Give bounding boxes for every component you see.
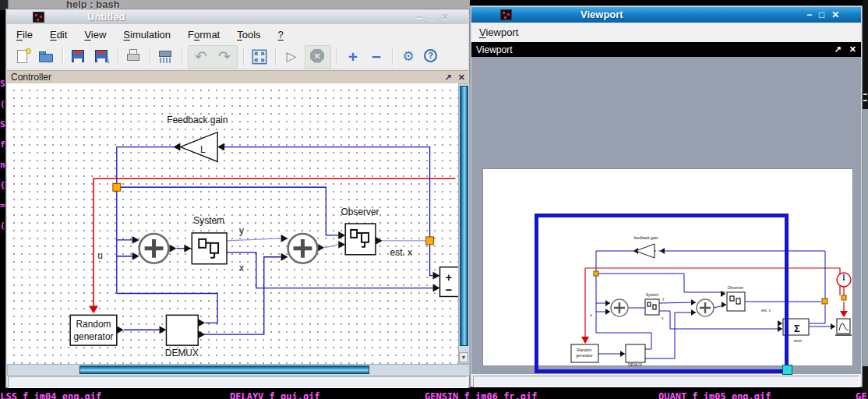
zoom-in-icon: + [343,47,363,67]
mini-clock-block [837,273,851,287]
redo-button[interactable]: ↷ [214,47,235,67]
screen-right-edge [863,0,868,399]
terminal-file: QUANT_f_im05_eng.gif [658,391,771,399]
system-block[interactable] [192,233,227,264]
terminal-file: CLSS_f_im04_eng.gif [0,391,101,399]
start-simulation-button[interactable]: ▷ [281,47,302,67]
menu-viewport[interactable]: Viewport [479,26,518,38]
x-label: x [239,263,244,274]
minimize-button[interactable]: − [806,10,812,19]
scilab-icon [33,12,44,23]
export-button[interactable]: ↓ [92,47,112,67]
maximize-button[interactable]: □ [429,12,434,22]
sum-block-1[interactable] [139,234,169,263]
scilab-icon [500,9,512,20]
u-label: u [97,250,103,261]
terminal-left-edge-text: S)%({}S)fn{)=( [0,74,5,386]
desktop: help : bash S)%({}S)fn{)=( CLSS_f_im04_e… [0,0,868,399]
vertical-scrollbar[interactable]: ▼ [458,83,470,364]
menu-help[interactable]: ? [278,29,284,41]
delete-shredder-button[interactable] [156,47,176,67]
menu-view[interactable]: View [84,29,106,41]
random-generator-label2: generator [73,331,113,342]
settings-button[interactable]: ⚙ [398,47,418,67]
minimize-button[interactable]: − [416,12,422,22]
viewport-panel-header[interactable]: Viewport ↗ ✕ [471,42,861,57]
fit-to-view-icon [249,47,270,67]
random-generator-block[interactable]: Random generator [70,315,117,345]
observer-block[interactable] [345,224,376,255]
toolbar-separator [392,48,393,65]
menu-format[interactable]: Format [188,29,220,41]
mini-link-point [842,295,846,300]
demux-label: DEMUX [165,348,199,358]
status-bar [473,376,859,387]
maximize-button[interactable]: □ [819,10,824,19]
demux-block[interactable] [166,315,198,345]
undo-redo-group: ↶ ↷ [188,45,238,69]
diagram-canvas[interactable]: L Feedback gain System y x u [7,83,458,364]
menu-edit[interactable]: Edit [50,29,67,41]
controller-panel-header[interactable]: Controller ↗ ✕ [7,70,468,83]
panel-title: Viewport [476,44,512,55]
gear-icon: ⚙ [398,47,418,67]
redo-icon: ↷ [214,47,235,67]
background-window-edge [863,109,868,366]
popout-icon[interactable]: ↗ [834,44,842,55]
help-button[interactable]: ? [422,47,442,67]
stop-simulation-button[interactable]: ✕ [308,47,328,67]
zoom-out-button[interactable]: − [366,47,386,67]
panel-close-icon[interactable]: ✕ [849,44,856,55]
fit-to-view-button[interactable] [249,47,270,67]
vertical-scrollbar-thumb[interactable] [460,86,468,346]
popout-icon[interactable]: ↗ [445,72,452,83]
zoom-out-icon: − [366,47,386,67]
svg-text:Σ: Σ [794,323,800,334]
system-label: System [193,215,224,226]
scroll-down-button[interactable]: ▼ [459,352,468,362]
untitled-titlebar[interactable]: Untitled − □ ✕ [7,10,468,24]
close-button[interactable]: ✕ [441,12,449,22]
mini-link-point [822,298,827,304]
save-button[interactable] [69,47,89,67]
plus-minus-block[interactable]: + − [440,267,458,297]
panel-title: Controller [11,72,51,83]
link-point[interactable] [113,183,121,191]
menu-file[interactable]: File [16,29,33,41]
terminal-fleck [863,94,867,95]
terminal-file: GENSIN_f_im06_fr.gif [425,391,538,399]
horizontal-scrollbar[interactable] [7,364,470,376]
link-point[interactable] [426,237,434,245]
viewport-menu-bar: Viewport [471,23,861,42]
toolbar-separator [337,48,337,65]
panel-close-icon[interactable]: ✕ [458,72,465,83]
est-x-label: est. x [390,247,413,258]
viewport-region-rectangle[interactable] [535,214,789,373]
feedback-gain-block[interactable]: L [180,132,217,162]
zoom-in-button[interactable]: + [343,47,363,67]
print-button[interactable] [124,47,144,67]
viewport-titlebar[interactable]: Viewport − □ ✕ [471,7,861,23]
open-button[interactable] [37,47,57,67]
sum-block-2[interactable] [288,234,318,263]
minus-sign: − [445,284,452,296]
close-button[interactable]: ✕ [831,10,839,19]
toolbar: ↓ ↶ ↷ ▷ ✕ + [7,44,468,69]
undo-button[interactable]: ↶ [191,47,211,67]
random-generator-label1: Random [76,319,111,330]
toolbar-separator [150,48,150,65]
menu-simulation[interactable]: Simulation [123,29,171,41]
viewport-content: feedback gain System y x u [471,57,861,374]
mini-error-label: error [794,338,803,343]
controller-diagram: L Feedback gain System y x u [7,83,458,364]
horizontal-scrollbar-thumb[interactable] [79,365,369,374]
status-bar [8,376,468,388]
viewport-resize-handle[interactable] [782,365,792,375]
menu-tools[interactable]: Tools [237,29,260,41]
window-title: Viewport [580,9,623,20]
untitled-window: Untitled − □ ✕ FileEditViewSimulationFor… [5,9,470,388]
toolbar-separator [243,48,244,65]
undo-icon: ↶ [191,47,211,67]
new-diagram-button[interactable] [13,47,34,67]
plus-sign: + [445,271,452,284]
